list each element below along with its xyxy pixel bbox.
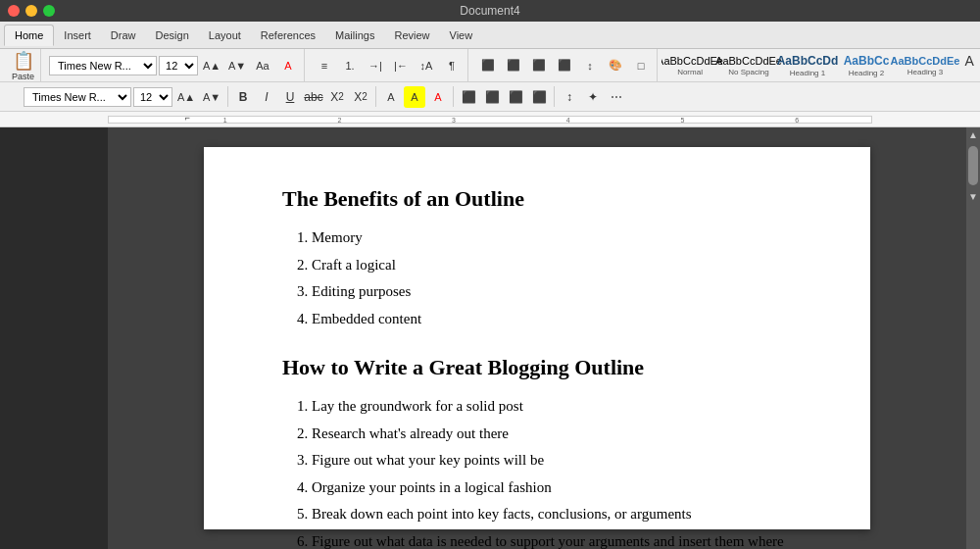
ruler-tab-indent[interactable]: ⌐ (185, 113, 193, 121)
align-center-2-btn[interactable]: ⬛ (481, 86, 503, 108)
increase-font-btn[interactable]: A▲ (200, 54, 223, 77)
shading-btn[interactable]: 🎨 (604, 54, 627, 77)
scroll-up-arrow[interactable]: ▲ (966, 127, 980, 142)
tab-references[interactable]: References (251, 25, 325, 45)
style-title[interactable]: AaBb( Title (956, 50, 974, 81)
divider-4 (554, 86, 555, 107)
special-btn[interactable]: ✦ (582, 86, 604, 108)
toolbar-format: Times New R... 12 A▲ A▼ B I U abc X2 X2 … (0, 82, 980, 112)
paste-icon: 📋 (13, 50, 34, 72)
document-list-1: Memory Craft a logical Editing purposes … (282, 225, 792, 331)
scroll-down-arrow[interactable]: ▼ (966, 189, 980, 204)
document-page: The Benefits of an Outline Memory Craft … (204, 147, 870, 529)
decrease-font-btn[interactable]: A▼ (225, 54, 249, 77)
numbering-btn[interactable]: 1. (338, 54, 362, 77)
close-button[interactable] (8, 5, 20, 17)
paste-button[interactable]: 📋 Paste (6, 49, 41, 81)
list-item[interactable]: Organize your points in a logical fashio… (312, 475, 792, 501)
superscript-btn[interactable]: X2 (350, 86, 371, 108)
style-heading3-label: Heading 3 (907, 68, 943, 76)
minimize-button[interactable] (25, 5, 37, 17)
strikethrough-btn[interactable]: abc (303, 86, 324, 108)
paragraph-group: ≡ 1. →| |← ↕A ¶ (309, 49, 468, 81)
list-item[interactable]: Embedded content (312, 307, 792, 332)
change-case-btn[interactable]: Aa (251, 54, 274, 77)
highlight-btn[interactable]: A (404, 86, 425, 108)
style-normal[interactable]: AaBbCcDdEe Normal (662, 52, 718, 79)
style-heading3[interactable]: AaBbCcDdEe Heading 3 (897, 52, 954, 79)
more-btn[interactable]: ⋯ (606, 86, 627, 108)
paste-label: Paste (12, 72, 34, 81)
text-color-btn[interactable]: A (276, 54, 300, 77)
document-heading-1[interactable]: The Benefits of an Outline (282, 186, 792, 212)
tab-draw[interactable]: Draw (101, 25, 146, 45)
list-item[interactable]: Editing purposes (312, 279, 792, 305)
list-item[interactable]: Break down each point into key facts, co… (312, 502, 792, 527)
list-item[interactable]: Craft a logical (312, 253, 792, 278)
font-name-select-2[interactable]: Times New R... (24, 87, 131, 107)
document-area[interactable]: The Benefits of an Outline Memory Craft … (108, 127, 966, 549)
scrollbar-right[interactable]: ▲ ▼ (966, 127, 980, 549)
style-heading2[interactable]: AaBbCc Heading 2 (838, 51, 895, 80)
sort-btn[interactable]: ↕A (415, 54, 438, 77)
divider-3 (453, 86, 454, 107)
font-name-select[interactable]: Times New R... (49, 56, 157, 75)
font-size-select[interactable]: 12 10 11 14 16 18 24 (159, 56, 198, 75)
list-item[interactable]: Research what's already out there (312, 422, 792, 447)
style-title-preview: AaBb( (965, 53, 974, 69)
ruler-mark-5: 5 (681, 117, 685, 124)
document-heading-2[interactable]: How to Write a Great Blogging Outline (282, 355, 792, 380)
style-normal-label: Normal (677, 68, 703, 76)
ruler-mark-6: 6 (795, 117, 799, 124)
bullets-btn[interactable]: ≡ (313, 54, 336, 77)
maximize-button[interactable] (43, 5, 55, 17)
paragraph-marks-btn[interactable]: ¶ (440, 54, 464, 77)
line-spacing-btn[interactable]: ↕ (578, 54, 602, 77)
main-area: The Benefits of an Outline Memory Craft … (0, 127, 980, 549)
style-no-spacing[interactable]: AaBbCcDdEe No Spacing (720, 52, 777, 79)
style-heading3-preview: AaBbCcDdEe (891, 55, 960, 67)
style-heading1[interactable]: AaBbCcDd Heading 1 (779, 51, 836, 80)
justify-2-btn[interactable]: ⬛ (528, 86, 550, 108)
ruler-mark-4: 4 (566, 117, 570, 124)
list-item[interactable]: Lay the groundwork for a solid post (312, 394, 792, 420)
increase-font-btn-2[interactable]: A▲ (174, 85, 198, 109)
font-color-btn[interactable]: A (427, 86, 449, 108)
tab-review[interactable]: Review (384, 25, 439, 45)
style-no-spacing-preview: AaBbCcDdEe (715, 55, 782, 67)
decrease-font-btn-2[interactable]: A▼ (200, 85, 223, 109)
align-center-btn[interactable]: ⬛ (502, 54, 525, 77)
font-group: Times New R... 12 10 11 14 16 18 24 A▲ A… (45, 49, 305, 81)
tab-home[interactable]: Home (4, 25, 54, 46)
ruler-mark-2: 2 (337, 117, 341, 124)
tab-layout[interactable]: Layout (199, 25, 251, 45)
tab-insert[interactable]: Insert (54, 25, 101, 45)
window-title: Document4 (460, 4, 519, 18)
text-effects-btn[interactable]: A (380, 86, 402, 108)
align-left-btn[interactable]: ⬛ (476, 54, 500, 77)
bold-btn[interactable]: B (232, 86, 254, 108)
indent-increase-btn[interactable]: →| (364, 54, 387, 77)
style-no-spacing-label: No Spacing (728, 68, 768, 76)
align-group: ⬛ ⬛ ⬛ ⬛ ↕ 🎨 □ (472, 49, 658, 81)
scroll-thumb[interactable] (968, 146, 978, 185)
style-heading1-label: Heading 1 (790, 69, 825, 77)
justify-btn[interactable]: ⬛ (553, 54, 576, 77)
clipboard-area (6, 82, 22, 111)
underline-btn[interactable]: U (279, 86, 301, 108)
line-spacing-2-btn[interactable]: ↕ (559, 86, 580, 108)
border-btn[interactable]: □ (629, 54, 653, 77)
subscript-btn[interactable]: X2 (326, 86, 348, 108)
tab-design[interactable]: Design (146, 25, 199, 45)
tab-mailings[interactable]: Mailings (325, 25, 384, 45)
list-item[interactable]: Figure out what data is needed to suppor… (312, 529, 792, 550)
tab-view[interactable]: View (440, 25, 483, 45)
font-size-select-2[interactable]: 12 (133, 87, 172, 107)
italic-btn[interactable]: I (256, 86, 277, 108)
indent-decrease-btn[interactable]: |← (389, 54, 413, 77)
align-left-2-btn[interactable]: ⬛ (458, 86, 479, 108)
list-item[interactable]: Memory (312, 225, 792, 251)
list-item[interactable]: Figure out what your key points will be (312, 448, 792, 474)
align-right-btn[interactable]: ⬛ (527, 54, 551, 77)
align-right-2-btn[interactable]: ⬛ (505, 86, 526, 108)
